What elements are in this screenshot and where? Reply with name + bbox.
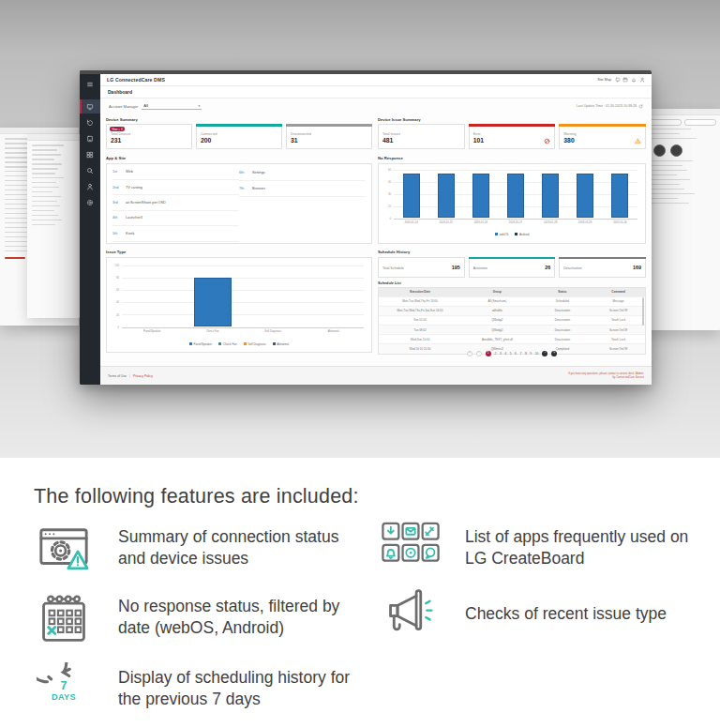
menu-icon[interactable] <box>80 77 100 91</box>
chart-legend: Panel/SpeakerCheck FanSelf DiagnosisAbno… <box>107 342 371 346</box>
summary-card: Total Issues481 <box>378 124 465 149</box>
table-cell: Message <box>592 299 645 303</box>
legend-item: Panel/Speaker <box>189 342 212 346</box>
app-title: LG ConnectedCare DMS <box>107 77 165 83</box>
app-name: TV casting <box>126 186 142 190</box>
apps-grid-icon <box>381 522 441 563</box>
settings-icon[interactable] <box>80 195 100 209</box>
pagination: «‹12345678910›» <box>378 351 646 357</box>
schedule-history-title: Schedule History <box>378 250 410 254</box>
app-rank: 4th <box>112 216 122 220</box>
user-icon[interactable] <box>639 77 645 83</box>
pagination-prev-button[interactable]: « <box>467 351 473 357</box>
y-tick-label: 0 <box>379 217 391 220</box>
pagination-prev-button[interactable]: ‹ <box>476 351 483 357</box>
gridline <box>122 290 364 291</box>
app-rank: 3rd <box>112 201 122 205</box>
schedule-stats: Total Schedule195Activation26Deactivatio… <box>378 257 646 278</box>
app-rank: 1st <box>112 170 122 174</box>
device-icon[interactable] <box>80 131 100 145</box>
dashboard-header: LG ConnectedCare DMS Site Map <box>100 74 652 87</box>
bar <box>403 174 420 219</box>
bar <box>194 278 232 327</box>
issue-summary-title: Device Issue Summary <box>378 117 421 122</box>
account-manager-select[interactable]: All ▾ <box>142 102 202 110</box>
stat-value: 26 <box>545 265 550 270</box>
page-title-bar: Dashboard <box>100 86 652 99</box>
bar <box>542 174 559 219</box>
table-cell: All (Smartcom) <box>461 299 533 303</box>
app-site-panel: 1stWeb2ndTV casting3rdair.ScreenShare.pe… <box>106 163 372 244</box>
history-icon[interactable] <box>80 115 100 129</box>
stat-accent <box>469 257 556 260</box>
card-accent <box>286 124 372 127</box>
pagination-page[interactable]: 10 <box>535 352 539 356</box>
pagination-page[interactable]: 2 <box>495 352 497 356</box>
dashboard-icon[interactable] <box>80 99 100 114</box>
pagination-page[interactable]: 7 <box>520 352 522 356</box>
x-tick-label: Abnormal <box>304 329 365 333</box>
table-scrollbar[interactable] <box>642 297 644 326</box>
app-site-title: App & Site <box>106 156 126 160</box>
x-tick-label: Self Diagnosis <box>243 329 304 333</box>
legend-marker <box>515 233 518 235</box>
pagination-page-active[interactable]: 1 <box>486 351 492 357</box>
device-summary-cards: New + 3Total Devices231Connected200Disco… <box>106 124 372 149</box>
card-value: 101 <box>473 137 484 144</box>
pagination-page[interactable]: 3 <box>500 352 502 356</box>
calendar-icon[interactable] <box>622 77 628 83</box>
issue-summary-cards: Total Issues481Error101Warning380 <box>378 124 646 149</box>
features-heading: The following features are included: <box>34 485 359 508</box>
table-cell: Wed,Sun 10:00 <box>379 338 461 341</box>
y-tick-label: 0 <box>107 326 119 329</box>
table-cell: Screen On/Off <box>592 328 645 332</box>
schedule-list-title: Schedule List <box>378 281 401 285</box>
feature-text: List of apps frequently used on LG Creat… <box>465 522 714 569</box>
pagination-next-button[interactable]: › <box>542 351 548 357</box>
pagination-page[interactable]: 4 <box>504 352 506 356</box>
support-icon[interactable] <box>80 163 100 177</box>
seven-days-icon: 7DAYS <box>34 662 94 717</box>
privacy-link[interactable]: Privacy Policy <box>133 374 153 378</box>
x-tick-label: 2023-01-27 <box>498 220 532 224</box>
refresh-icon[interactable] <box>638 104 643 109</box>
app-list-item: 5thKiosk <box>112 226 239 241</box>
table-row: Wed,Sun 10:00Anndfdts_TEST_yfrett.dfDeac… <box>379 334 645 343</box>
pagination-page[interactable]: 5 <box>510 352 512 356</box>
new-badge: New + 3 <box>110 127 125 131</box>
table-cell: Touch Lock <box>592 318 645 322</box>
terms-link[interactable]: Terms of Use <box>108 374 127 378</box>
account-icon[interactable] <box>80 179 100 193</box>
pagination-next-button[interactable]: » <box>551 351 558 357</box>
gridline <box>122 265 364 266</box>
bar <box>472 174 489 219</box>
card-label: Warning <box>563 132 576 136</box>
legend-item: Android <box>515 233 529 236</box>
last-update-text: Last Update Time : 01.30.2023 10:38:28 <box>577 104 637 108</box>
account-manager-value: All <box>143 103 148 108</box>
table-row: Sun 01:00QWodyj2DeactivationTouch Lock <box>379 315 645 325</box>
pagination-page[interactable]: 6 <box>515 352 517 356</box>
table-row: Mon,Tue,Wed,Thu,Fri,Sat,Sun 14:00adfsdfd… <box>379 306 645 315</box>
pagination-page[interactable]: 8 <box>525 352 527 356</box>
legend-marker <box>495 233 498 235</box>
table-cell: Mon,Tue,Wed,Thu,Fri,Sat,Sun 14:00 <box>379 309 461 312</box>
gridline <box>394 219 638 220</box>
chat-icon[interactable] <box>615 77 621 83</box>
summary-card: Error101 <box>469 124 556 149</box>
table-header-cell: Group <box>461 290 533 294</box>
x-tick-label: 2023-01-30 <box>603 220 638 224</box>
legend-item: Self Diagnosis <box>244 342 266 346</box>
card-value: 481 <box>382 137 393 144</box>
footer-separator: | <box>129 374 130 378</box>
card-label: Total Issues <box>382 132 400 136</box>
apps-icon[interactable] <box>80 147 100 161</box>
legend-item: Check Fan <box>218 342 236 346</box>
bell-icon[interactable] <box>631 77 637 83</box>
pagination-page[interactable]: 9 <box>530 352 532 356</box>
chart-legend: webOSAndroid <box>379 233 645 236</box>
table-header-row: Execution DateGroupStatusCommand <box>379 288 645 296</box>
card-value: 31 <box>291 137 298 144</box>
sitemap-link[interactable]: Site Map <box>597 78 611 82</box>
feature-text: Display of scheduling history for the pr… <box>118 662 371 709</box>
